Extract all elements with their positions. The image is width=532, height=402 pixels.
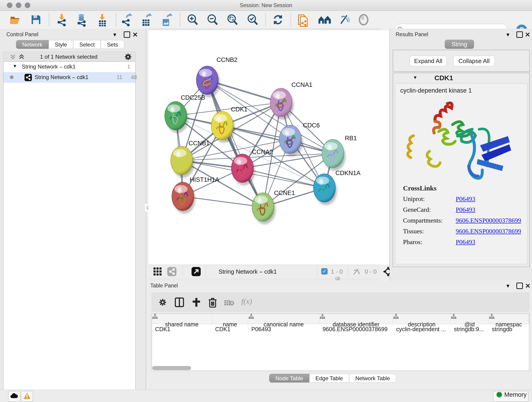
crosslink-link[interactable]: P06493	[456, 238, 475, 246]
tab-network[interactable]: Network	[16, 40, 49, 49]
collapse-all-button[interactable]: Collapse All	[453, 56, 495, 66]
expand-all-icon[interactable]	[19, 54, 25, 60]
open-in-new-window-icon[interactable]	[191, 267, 201, 276]
tab-sets[interactable]: Sets	[101, 40, 124, 49]
show-columns-icon[interactable]	[175, 298, 184, 307]
cloud-status-button[interactable]	[8, 391, 20, 402]
column-type-icon	[393, 314, 399, 319]
float-panel-icon[interactable]	[516, 32, 523, 38]
crosslinks-section: CrossLinks Uniprot:P06493GeneCard:P06493…	[403, 184, 522, 249]
tab-edge-table[interactable]: Edge Table	[309, 374, 349, 383]
column-header-shared-name[interactable]: shared name	[152, 314, 212, 324]
delete-table-icon[interactable]	[224, 300, 234, 306]
import-table-button[interactable]	[96, 13, 109, 26]
panel-menu-icon[interactable]: ▼	[112, 32, 117, 38]
memory-button[interactable]: Memory	[493, 391, 528, 402]
network-canvas[interactable]: CCNB2CCNA1CDC25BCDK1CDC6RB1CCNB1CCNA2CDK…	[148, 30, 389, 265]
crosslink-link[interactable]: P06493	[456, 206, 475, 213]
node-CDKN1A[interactable]: CDKN1A	[313, 170, 361, 205]
tab-style[interactable]: Style	[49, 40, 73, 49]
node-CDC6[interactable]: CDC6	[279, 122, 320, 157]
birds-eye-view-icon[interactable]	[153, 268, 162, 276]
column-header-database-identifier[interactable]: database identifier	[319, 314, 393, 324]
network-collection-row[interactable]: ▼ String Network – cdk1 1	[3, 62, 135, 72]
network-view-title: String Network – cdk1	[219, 268, 277, 275]
export-table-button[interactable]	[140, 13, 152, 26]
column-type-icon	[451, 314, 457, 319]
export-image-button[interactable]	[160, 13, 173, 26]
expand-all-button[interactable]: Expand All	[410, 56, 447, 66]
share-network-file-button[interactable]	[297, 13, 309, 26]
column-type-icon	[152, 314, 158, 319]
export-network-button[interactable]	[120, 13, 133, 26]
tab-string[interactable]: String	[445, 40, 474, 49]
collapse-section-icon[interactable]: ▼	[413, 75, 418, 80]
crosslink-link[interactable]: 9606.ENSP00000378699	[456, 228, 521, 235]
node-HIST1H1A[interactable]: HIST1H1A	[172, 176, 219, 214]
panel-menu-icon[interactable]: ▼	[505, 32, 510, 38]
close-panel-icon[interactable]: ✕	[133, 31, 138, 38]
crosslink-link[interactable]: 9606.ENSP00000378699	[456, 217, 521, 224]
table-gear-icon[interactable]	[158, 298, 167, 307]
tab-network-table[interactable]: Network Table	[349, 374, 396, 383]
network-graph[interactable]: CCNB2CCNA1CDC25BCDK1CDC6RB1CCNB1CCNA2CDK…	[148, 30, 389, 265]
close-panel-icon[interactable]: ✕	[525, 31, 530, 38]
string-network-icon	[25, 74, 32, 81]
refresh-button[interactable]	[272, 13, 284, 26]
show-eye-button[interactable]	[357, 13, 370, 26]
selected-checkbox-icon[interactable]: ✓	[321, 268, 328, 274]
string-home-button[interactable]	[317, 13, 330, 26]
column-header--id[interactable]: @id	[451, 314, 489, 324]
save-session-button[interactable]	[30, 13, 42, 26]
import-network-button[interactable]	[56, 13, 68, 26]
export-table-icon	[140, 13, 152, 27]
float-panel-icon[interactable]	[124, 32, 130, 38]
function-builder-icon[interactable]: f(x)	[241, 297, 252, 306]
zoom-fit-button[interactable]	[226, 13, 239, 26]
add-column-icon[interactable]	[192, 298, 201, 307]
collapse-all-icon[interactable]	[10, 54, 16, 60]
column-header-description[interactable]: description	[393, 314, 451, 324]
node-CCNB2[interactable]: CCNB2	[196, 56, 238, 97]
horizontal-splitter-handle[interactable]	[335, 277, 340, 280]
warning-button[interactable]	[21, 391, 33, 402]
collection-expand-icon[interactable]: ▼	[13, 64, 17, 69]
gear-icon[interactable]	[124, 53, 132, 61]
close-panel-icon[interactable]: ✕	[525, 282, 530, 290]
statusbar-separator	[183, 266, 183, 277]
hide-glasses-button[interactable]	[338, 13, 350, 26]
gene-section-header[interactable]: ▼ CDK1	[393, 73, 529, 83]
open-session-button[interactable]	[9, 13, 22, 26]
float-panel-icon[interactable]	[516, 283, 523, 289]
export-image-icon	[160, 13, 173, 27]
delete-column-trash-icon[interactable]	[208, 297, 217, 307]
zoom-out-button[interactable]	[206, 13, 219, 26]
string-network-icon-gray[interactable]	[167, 267, 177, 276]
node-table[interactable]: shared namenamecanonical namedatabase id…	[152, 313, 529, 371]
eye-slash-icon	[338, 13, 351, 26]
network-row[interactable]: String Network – cdk1 11 48	[3, 72, 135, 83]
results-panel: Results Panel ▼ ✕ String Expand All Coll…	[390, 29, 532, 281]
table-header-row: shared namenamecanonical namedatabase id…	[152, 314, 529, 324]
node-RB1[interactable]: RB1	[322, 135, 357, 171]
panel-menu-icon[interactable]: ▼	[505, 283, 510, 289]
edge-CCNB2-CCNE1[interactable]	[207, 80, 263, 207]
control-panel-title: Control Panel	[6, 32, 38, 38]
zoom-in-button[interactable]	[186, 13, 199, 26]
import-network-from-database-button[interactable]	[76, 13, 88, 26]
column-header-name[interactable]: name	[212, 319, 248, 329]
node-CCNA2[interactable]: CCNA2	[231, 148, 273, 185]
crosslink-link[interactable]: P06493	[456, 195, 475, 203]
table-horizontal-scrollbar[interactable]	[152, 366, 191, 370]
toolbar-separator	[291, 13, 291, 26]
selected-node-edge-counts: 1 - 0	[331, 268, 343, 275]
node-label-RB1: RB1	[345, 135, 357, 142]
node-CCNE1[interactable]: CCNE1	[252, 190, 295, 224]
node-label-HIST1H1A: HIST1H1A	[190, 176, 219, 183]
column-header-canonical-name[interactable]: canonical name	[248, 314, 319, 324]
column-header-namespac[interactable]: namespac	[489, 314, 529, 324]
node-CCNA1[interactable]: CCNA1	[270, 81, 312, 120]
tab-node-table[interactable]: Node Table	[269, 374, 309, 383]
tab-select[interactable]: Select	[73, 40, 101, 49]
zoom-selected-button[interactable]	[246, 13, 259, 26]
